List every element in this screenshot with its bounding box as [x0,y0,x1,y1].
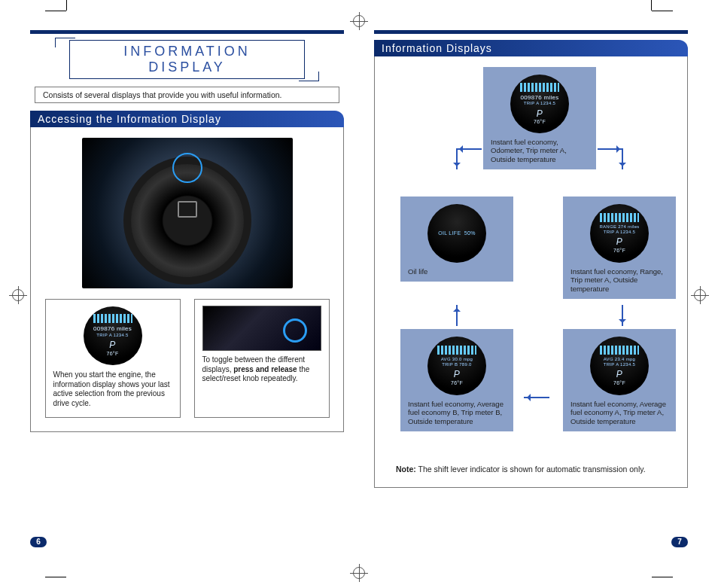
registration-mark [353,15,365,27]
odometer-value: 009876 miles [93,325,132,333]
section-body-displays: 009876 miles TRIP A 1234.5 P 76°F Instan… [374,56,688,488]
display-cell-range: RANGE 274 miles TRIP A 1234.5 P 76°F Ins… [563,197,676,299]
registration-mark [12,289,24,301]
arrow-left-icon [524,397,549,398]
cell-caption: Instant fuel economy, Odometer, Trip met… [491,138,567,163]
page-right: Information Displays 009876 miles TRIP A… [374,30,688,543]
steering-wheel-photo [82,138,293,288]
arrow-down-icon [622,305,623,326]
page-title: INFORMATION DISPLAY [69,40,305,79]
callout-text: To toggle between the different displays… [202,355,310,382]
cell-caption: Oil life [408,267,427,276]
callout-toggle: To toggle between the different displays… [194,299,330,418]
registration-mark [353,567,365,579]
arrow-right-icon [598,148,623,150]
display-cell-odometer: 009876 miles TRIP A 1234.5 P 76°F Instan… [483,67,596,169]
cell-caption: Instant fuel economy, Range, Trip meter … [570,267,663,293]
select-reset-knob-photo [202,306,321,351]
arrow-up-icon [456,305,458,326]
highlight-circle-icon [172,153,202,183]
arrow-left-icon [456,148,482,150]
intro-text: Consists of several displays that provid… [35,87,339,103]
arrow-down-icon [456,148,458,169]
gauge-display-icon: OIL LIFE 50% [427,204,486,263]
note-text: Note: The shift lever indicator is shown… [385,465,677,474]
gauge-display-icon: AVG 23.4 mpg TRIP A 1234.5 P 76°F [590,337,649,395]
page-number: 7 [671,537,688,547]
cell-caption: Instant fuel economy, Average fuel econo… [570,400,666,425]
gauge-display-icon: 009876 miles TRIP A 1234.5 P 76°F [510,75,569,133]
display-cell-avg-b: AVG 30.0 mpg TRIP B 789.0 P 76°F Instant… [400,329,513,431]
section-heading-accessing: Accessing the Information Display [30,111,344,127]
section-body-accessing: 009876 miles TRIP A 1234.5 P 76°F When y… [30,127,344,432]
display-cell-oil-life: OIL LIFE 50% Oil life [400,197,513,282]
cell-caption: Instant fuel economy, Average fuel econo… [408,400,504,425]
gauge-display-icon: RANGE 274 miles TRIP A 1234.5 P 76°F [590,204,649,263]
registration-mark [694,289,706,301]
page-number: 6 [30,537,47,547]
gauge-display-icon: 009876 miles TRIP A 1234.5 P 76°F [84,306,142,365]
callout-text: When you start the engine, the informati… [53,370,170,407]
page-left: INFORMATION DISPLAY Consists of several … [30,30,344,543]
display-cell-avg-a: AVG 23.4 mpg TRIP A 1234.5 P 76°F Instan… [563,329,676,431]
section-heading-displays: Information Displays [374,40,688,56]
gauge-display-icon: AVG 30.0 mpg TRIP B 789.0 P 76°F [427,337,486,395]
arrow-down-icon [622,148,623,169]
callout-start-engine: 009876 miles TRIP A 1234.5 P 76°F When y… [45,299,181,418]
